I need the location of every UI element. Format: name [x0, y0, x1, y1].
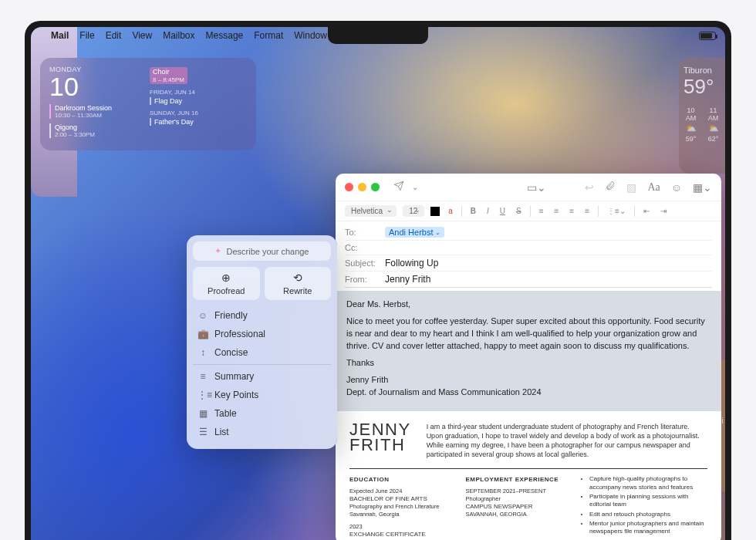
menu-file[interactable]: File	[79, 30, 94, 41]
magnify-icon: ⊕	[221, 272, 231, 284]
bold-button[interactable]: B	[468, 207, 478, 215]
subject-input[interactable]: Following Up	[385, 258, 712, 268]
minimize-button[interactable]	[358, 183, 366, 191]
send-icon[interactable]	[393, 181, 404, 194]
format-icon[interactable]: Aa	[647, 181, 660, 194]
summary-icon: ≡	[197, 371, 208, 382]
table-icon: ▦	[197, 408, 208, 419]
tone-professional[interactable]: 💼Professional	[193, 325, 331, 343]
recipient-token[interactable]: Andi Herbst	[385, 227, 444, 238]
list-button[interactable]: ⋮≡⌄	[605, 207, 628, 215]
font-select[interactable]: Helvetica	[345, 205, 397, 217]
to-row[interactable]: To: Andi Herbst	[345, 224, 712, 241]
font-size-select[interactable]: 12	[403, 205, 424, 217]
resume-emp-entry: SEPTEMBER 2021–PRESENT Photographer CAMP…	[465, 488, 565, 518]
chevron-down-icon[interactable]: ⌄	[412, 183, 418, 191]
menu-window[interactable]: Window	[294, 30, 327, 41]
describe-change-input[interactable]: ✦ Describe your change	[193, 241, 331, 261]
resume-intro: I am a third-year student undergraduate …	[427, 422, 707, 460]
writing-tools-popup: ✦ Describe your change ⊕ Proofread ⟲ Rew…	[187, 235, 337, 449]
from-row[interactable]: From: Jenny Frith	[345, 272, 712, 288]
list-icon: ⋮≡	[197, 390, 208, 400]
display-notch	[328, 27, 428, 44]
sparkle-icon: ✦	[214, 246, 221, 256]
compose-window: ⌄ ▭⌄ ↩ ▧ Aa ☺ ▦⌄ Helvetica 12 a	[336, 174, 721, 540]
reply-icon[interactable]: ↩	[585, 181, 594, 194]
menu-mailbox[interactable]: Mailbox	[163, 30, 194, 41]
battery-icon[interactable]	[699, 32, 716, 40]
align-left-icon[interactable]: ≡	[537, 207, 546, 215]
underline-button[interactable]: U	[498, 207, 508, 215]
message-body[interactable]: Dear Ms. Herbst, Nice to meet you for co…	[336, 291, 721, 540]
transform-table[interactable]: ▦Table	[193, 404, 331, 423]
resume-edu-entry: Expected June 2024 BACHELOR OF FINE ARTS…	[349, 488, 450, 518]
transform-summary[interactable]: ≡Summary	[193, 367, 331, 386]
text-color-picker[interactable]: a	[446, 207, 455, 215]
menu-edit[interactable]: Edit	[106, 30, 122, 41]
compose-toolbar: ⌄ ▭⌄ ↩ ▧ Aa ☺ ▦⌄	[336, 174, 721, 201]
smile-icon: ☺	[197, 310, 208, 321]
text-color-swatch[interactable]	[430, 207, 440, 216]
cc-row[interactable]: Cc:	[345, 241, 712, 255]
strike-button[interactable]: S	[514, 207, 524, 215]
emoji-icon[interactable]: ☺	[671, 181, 682, 194]
resume-edu-entry: 2023 EXCHANGE CERTIFICATE	[349, 523, 450, 538]
zoom-button[interactable]	[371, 183, 380, 191]
align-justify-icon[interactable]: ≡	[582, 207, 592, 215]
photo-icon[interactable]: ▧	[626, 181, 636, 194]
tone-friendly[interactable]: ☺Friendly	[193, 306, 331, 325]
transform-list[interactable]: ☰List	[193, 423, 331, 441]
briefcase-icon: 💼	[197, 329, 208, 339]
format-bar: Helvetica 12 a B I U S ≡ ≡ ≡ ≡ ⋮≡⌄ ⇤ ⇥	[336, 201, 721, 221]
menu-message[interactable]: Message	[206, 30, 244, 41]
proofread-button[interactable]: ⊕ Proofread	[193, 267, 260, 300]
selected-text[interactable]: Dear Ms. Herbst, Nice to meet you for co…	[336, 291, 721, 411]
resume-bullets: Capture high-quality photographs to acco…	[582, 475, 707, 536]
indent-more-icon[interactable]: ⇥	[658, 207, 669, 215]
align-right-icon[interactable]: ≡	[567, 207, 576, 215]
rewrite-button[interactable]: ⟲ Rewrite	[265, 267, 332, 300]
desktop: Mail File Edit View Mailbox Message Form…	[31, 27, 725, 540]
tone-concise[interactable]: ↕Concise	[193, 343, 331, 362]
resume-attachment: JENNY FRITH I am a third-year student un…	[336, 411, 721, 540]
resume-name: JENNY FRITH	[349, 422, 411, 460]
photo-browser-icon[interactable]: ▦⌄	[693, 181, 712, 194]
close-button[interactable]	[345, 183, 353, 191]
arrows-in-icon: ↕	[197, 347, 208, 358]
header-fields-icon[interactable]: ▭⌄	[527, 181, 546, 194]
attachment-icon[interactable]	[605, 181, 616, 194]
app-menu[interactable]: Mail	[51, 30, 69, 41]
italic-button[interactable]: I	[484, 207, 491, 215]
window-controls	[345, 183, 380, 191]
laptop-frame: Mail File Edit View Mailbox Message Form…	[25, 21, 731, 540]
bullet-list-icon: ☰	[197, 427, 208, 437]
transform-keypoints[interactable]: ⋮≡Key Points	[193, 386, 331, 404]
indent-less-icon[interactable]: ⇤	[641, 207, 652, 215]
photos-widget[interactable]	[31, 27, 77, 197]
rewrite-icon: ⟲	[293, 272, 302, 284]
menu-view[interactable]: View	[132, 30, 152, 41]
subject-row[interactable]: Subject: Following Up	[345, 255, 712, 272]
align-center-icon[interactable]: ≡	[552, 207, 561, 215]
menu-format[interactable]: Format	[254, 30, 283, 41]
